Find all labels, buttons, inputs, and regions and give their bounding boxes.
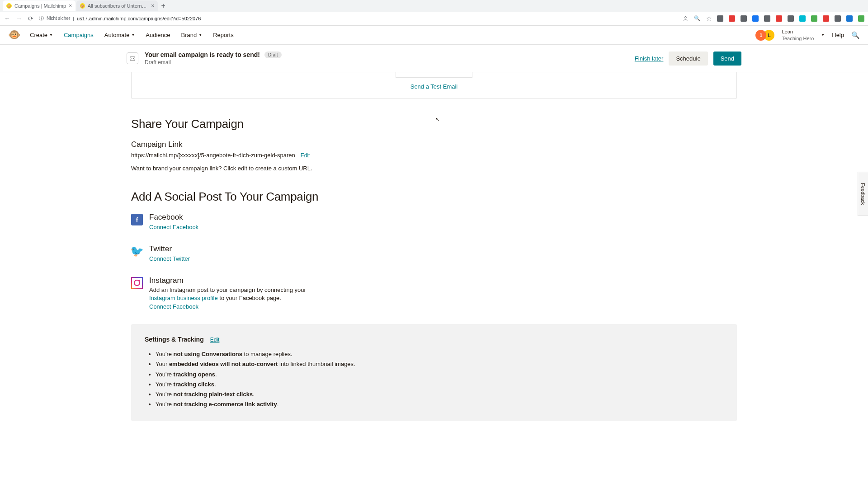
extension-icon[interactable] [729, 15, 735, 22]
connect-twitter-link[interactable]: Connect Twitter [149, 255, 190, 262]
extension-icon[interactable] [823, 15, 829, 22]
email-icon: 🖂 [127, 52, 138, 64]
settings-item: You're not using Conversations to manage… [156, 349, 723, 359]
extension-icon[interactable] [858, 15, 864, 22]
browser-tab-inactive[interactable]: 🐵 All subscribers of Unternehm… × [76, 0, 158, 11]
avatar-stack[interactable]: 1 L [755, 30, 774, 41]
reload-icon[interactable]: ⟳ [27, 15, 34, 22]
browser-tab-active[interactable]: 🐵 Campaigns | Mailchimp × [3, 0, 75, 11]
twitter-title: Twitter [149, 244, 190, 253]
settings-title: Settings & Tracking [145, 336, 204, 343]
campaign-status-bar: 🖂 Your email campaign is ready to send! … [0, 45, 868, 72]
close-icon[interactable]: × [69, 3, 72, 9]
extension-icon[interactable] [811, 15, 817, 22]
back-icon[interactable]: ← [4, 15, 11, 22]
connect-facebook-link[interactable]: Connect Facebook [149, 224, 198, 230]
nav-audience[interactable]: Audience [146, 32, 170, 38]
social-instagram: Instagram Add an Instagram post to your … [131, 276, 737, 310]
info-icon: ⓘ [39, 15, 44, 22]
preview-panel: Send a Test Email [131, 72, 737, 99]
tab-bar: 🐵 Campaigns | Mailchimp × 🐵 All subscrib… [0, 0, 868, 12]
schedule-button[interactable]: Schedule [669, 52, 708, 66]
facebook-title: Facebook [149, 213, 198, 222]
chevron-down-icon: ▼ [131, 33, 135, 37]
new-tab-button[interactable]: + [159, 1, 168, 10]
mailchimp-favicon: 🐵 [6, 3, 12, 9]
feedback-tab[interactable]: Feedback [858, 172, 868, 216]
facebook-icon: f [131, 214, 143, 225]
close-icon[interactable]: × [151, 3, 154, 9]
settings-tracking-panel: Settings & Tracking Edit You're not usin… [131, 324, 737, 421]
preview-thumbnail [396, 72, 472, 78]
nav-campaigns[interactable]: Campaigns [64, 32, 94, 38]
tab-title: Campaigns | Mailchimp [14, 3, 66, 9]
forward-icon[interactable]: → [15, 15, 23, 22]
nav-items: Create▼CampaignsAutomate▼AudienceBrand▼R… [30, 32, 234, 38]
instagram-profile-link[interactable]: Instagram business profile [149, 295, 218, 301]
social-facebook: f Facebook Connect Facebook [131, 213, 737, 231]
user-menu[interactable]: Leon Teaching Hero [782, 28, 814, 42]
instagram-connect-facebook-link[interactable]: Connect Facebook [149, 303, 198, 310]
nav-reports[interactable]: Reports [213, 32, 234, 38]
status-subtitle: Draft email [145, 59, 635, 66]
send-test-email-link[interactable]: Send a Test Email [410, 83, 458, 90]
translate-icon[interactable]: 文 [682, 15, 689, 22]
avatar-badge: 1 [755, 30, 766, 41]
settings-item: Your embedded videos will not auto-conve… [156, 359, 723, 369]
draft-badge: Draft [264, 52, 282, 58]
extension-icon[interactable] [799, 15, 806, 22]
mailchimp-logo[interactable]: 🐵 [8, 29, 21, 42]
extension-icon[interactable] [741, 15, 747, 22]
nav-brand[interactable]: Brand▼ [181, 32, 203, 38]
browser-chrome: 🐵 Campaigns | Mailchimp × 🐵 All subscrib… [0, 0, 868, 26]
extension-icon[interactable] [846, 15, 853, 22]
chevron-down-icon: ▼ [49, 33, 53, 37]
social-twitter: 🐦 Twitter Connect Twitter [131, 244, 737, 263]
settings-list: You're not using Conversations to manage… [145, 349, 723, 409]
extension-icon[interactable] [752, 15, 759, 22]
main-content: Send a Test Email Share Your Campaign Ca… [0, 72, 868, 448]
settings-edit-link[interactable]: Edit [210, 337, 220, 343]
extension-icon[interactable] [835, 15, 841, 22]
campaign-link-heading: Campaign Link [131, 140, 737, 149]
share-heading: Share Your Campaign [131, 117, 737, 131]
instagram-icon [131, 277, 143, 289]
chevron-down-icon[interactable]: ▼ [821, 33, 825, 37]
nav-automate[interactable]: Automate▼ [104, 32, 135, 38]
status-title: Your email campaign is ready to send! [145, 51, 260, 58]
nav-create[interactable]: Create▼ [30, 32, 53, 38]
url-text: us17.admin.mailchimp.com/campaigns/edit?… [77, 16, 201, 21]
address-bar: ← → ⟳ ⓘ Nicht sicher | us17.admin.mailch… [0, 12, 868, 25]
security-label: Nicht sicher [47, 16, 70, 21]
instagram-title: Instagram [149, 276, 326, 285]
user-name: Leon [782, 28, 814, 35]
settings-item: You're not tracking plain-text clicks. [156, 389, 723, 399]
url-field[interactable]: ⓘ Nicht sicher | us17.admin.mailchimp.co… [39, 15, 677, 22]
settings-item: You're tracking clicks. [156, 380, 723, 389]
zoom-icon[interactable]: 🔍 [693, 15, 701, 21]
chevron-down-icon: ▼ [198, 33, 202, 37]
tab-title: All subscribers of Unternehm… [88, 3, 148, 9]
user-org: Teaching Hero [782, 35, 814, 42]
social-heading: Add A Social Post To Your Campaign [131, 190, 737, 204]
campaign-link-hint: Want to brand your campaign link? Click … [131, 165, 737, 172]
extension-icon[interactable] [788, 15, 794, 22]
send-button[interactable]: Send [713, 52, 741, 66]
search-icon[interactable]: 🔍 [851, 31, 860, 39]
extension-icons [717, 15, 864, 22]
extension-icon[interactable] [776, 15, 782, 22]
extension-icon[interactable] [764, 15, 770, 22]
help-link[interactable]: Help [832, 32, 844, 38]
campaign-link-url: https://mailchi.mp/[xxxxxx]/5-angebote-f… [131, 152, 295, 159]
settings-item: You're not tracking e-commerce link acti… [156, 399, 723, 409]
instagram-desc: Add an Instagram post to your campaign b… [149, 286, 326, 302]
edit-link[interactable]: Edit [301, 152, 310, 159]
app-nav: 🐵 Create▼CampaignsAutomate▼AudienceBrand… [0, 26, 868, 45]
finish-later-link[interactable]: Finish later [635, 55, 664, 62]
settings-item: You're tracking opens. [156, 370, 723, 380]
bookmark-icon[interactable]: ☆ [705, 15, 712, 22]
mailchimp-favicon: 🐵 [80, 3, 85, 9]
extension-icon[interactable] [717, 15, 723, 22]
twitter-icon: 🐦 [131, 245, 143, 257]
